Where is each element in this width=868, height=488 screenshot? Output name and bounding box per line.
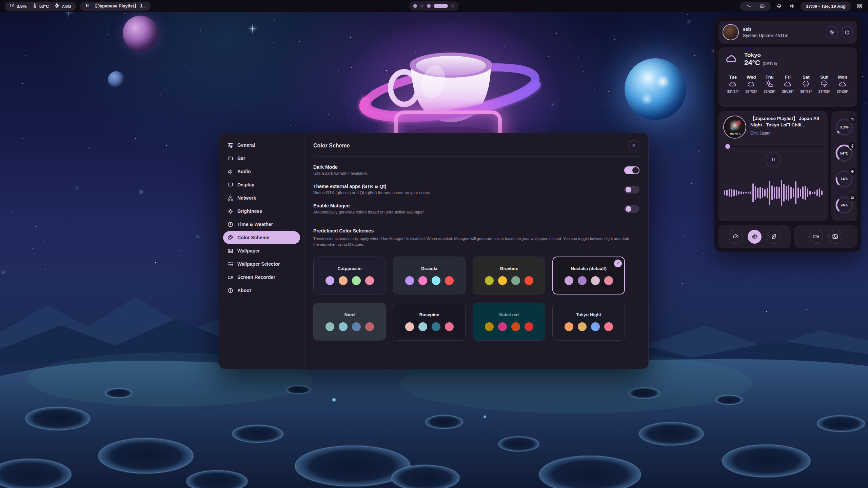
palette-icon [228, 235, 234, 241]
scheme-name: Tokyo Night [576, 312, 601, 317]
planet-purple [123, 16, 158, 51]
media-pill[interactable]: 【Japanese Playlist】 J... [80, 2, 151, 11]
weather-cloud-icon [747, 83, 755, 89]
pause-icon [85, 3, 90, 9]
weather-forecast: Tue33°/24°Wed35°/25°Thu33°/26°Fri35°/26°… [724, 75, 852, 94]
clock-text: 17:09 - Tue, 19 Aug [806, 4, 846, 9]
thermometer-icon [849, 142, 856, 149]
visualizer-bar [821, 190, 823, 195]
visualizer-bar [778, 187, 780, 199]
progress-knob[interactable] [725, 144, 730, 149]
color-swatch [578, 322, 587, 331]
toggle-list: Dark ModeUse a dark variant if available… [313, 157, 639, 215]
color-swatch [604, 276, 613, 285]
power-profile-power-saver-button[interactable] [767, 230, 781, 244]
sidebar-item-about[interactable]: About [223, 284, 300, 297]
workspace-dot-4[interactable] [434, 4, 448, 8]
tray-app-icon[interactable] [744, 2, 753, 11]
display-icon [228, 182, 234, 188]
bell-icon[interactable] [775, 2, 784, 11]
forecast-day-label: Fri [779, 75, 797, 80]
user-name: seb [743, 26, 788, 32]
visualizer-bar [807, 188, 808, 197]
toggle-label: Theme external apps (GTK & Qt) [313, 184, 431, 189]
visualizer-bar [726, 190, 728, 196]
forecast-day-thu: Thu33°/26° [761, 75, 779, 94]
sidebar-item-label: Display [237, 182, 254, 187]
color-swatch [565, 322, 573, 331]
scheme-card-tokyo-night[interactable]: Tokyo Night [552, 303, 625, 341]
power-profile-performance-button[interactable] [729, 230, 743, 244]
scheme-card-solarized[interactable]: Solarized [473, 303, 545, 341]
enable-matugen-toggle[interactable] [624, 205, 639, 213]
sidebar-item-screen-recorder[interactable]: Screen Recorder [223, 271, 300, 284]
scheme-swatches [485, 322, 533, 331]
sidebar-item-time-weather[interactable]: Time & Weather [223, 218, 300, 231]
brightness-icon [228, 208, 234, 214]
wallpaper-button[interactable] [828, 230, 842, 244]
workspace-dot-1[interactable] [413, 4, 417, 8]
sidebar-item-brightness[interactable]: Brightness [223, 205, 300, 218]
planet-earth [625, 58, 686, 120]
dark-mode-toggle[interactable] [624, 166, 639, 174]
user-card: seb System Uptime: 4h11m [718, 21, 857, 44]
sidebar-item-wallpaper-selector[interactable]: Wallpaper Selector [223, 258, 300, 270]
visualizer-bar [793, 188, 794, 197]
workspace-indicator [409, 1, 459, 11]
scheme-card-rosepine[interactable]: Rosepine [393, 303, 466, 341]
settings-button[interactable] [826, 26, 838, 38]
visualizer-bar [767, 188, 768, 198]
scheme-grid: CatppuccinDraculaGruvboxNoctalia (defaul… [313, 257, 639, 341]
visualizer-bar [745, 192, 747, 194]
sidebar-item-display[interactable]: Display [223, 178, 300, 191]
track-progress-slider[interactable] [723, 144, 823, 149]
scheme-card-catppuccin[interactable]: Catppuccin [313, 257, 386, 294]
visualizer-bar [795, 181, 796, 204]
color-swatch [525, 322, 533, 331]
weather-cloud-icon [729, 83, 737, 89]
forecast-temps: 33°/26° [833, 89, 852, 94]
sidebar-item-color-scheme[interactable]: Color Scheme [223, 231, 300, 244]
forecast-temps: 35°/25° [742, 89, 761, 94]
side-panel: seb System Uptime: 4h11m Tokyo 24°C (GMT… [714, 17, 861, 252]
close-icon[interactable]: ✕ [628, 140, 639, 151]
toggle-label: Dark Mode [313, 164, 368, 170]
sidebar-item-network[interactable]: Network [223, 191, 300, 204]
sidebar-item-label: Wallpaper Selector [237, 261, 280, 267]
flare-star-2 [252, 28, 253, 29]
power-button[interactable] [841, 26, 853, 38]
avatar [723, 24, 739, 40]
color-swatch [339, 322, 348, 331]
sidebar-item-bar[interactable]: Bar [223, 152, 300, 165]
weather-city: Tokyo [744, 52, 777, 59]
wallpaper-tray-icon[interactable] [758, 2, 767, 11]
sidebar-item-wallpaper[interactable]: Wallpaper [223, 244, 300, 257]
pause-button[interactable] [766, 152, 781, 167]
sidebar-item-audio[interactable]: Audio [223, 165, 300, 178]
scheme-card-nord[interactable]: Nord [313, 303, 386, 341]
clock-icon [228, 221, 234, 227]
workspace-dot-3[interactable] [427, 4, 431, 8]
screen-recorder-button[interactable] [809, 230, 823, 244]
power-profile-balanced-button[interactable] [748, 230, 762, 244]
settings-header: Color Scheme ✕ [313, 140, 639, 157]
visualizer-bar [762, 188, 763, 198]
color-swatch [432, 322, 440, 331]
visualizer-bar [729, 189, 730, 197]
scheme-swatches [485, 276, 533, 285]
volume-icon[interactable] [788, 2, 796, 11]
clock-pill[interactable]: 17:09 - Tue, 19 Aug [801, 2, 851, 11]
scheme-card-dracula[interactable]: Dracula [393, 257, 466, 294]
color-swatch [485, 322, 494, 331]
workspace-dot-5[interactable] [451, 4, 455, 8]
bar-stat-value: 3.8% [17, 4, 27, 9]
toggle-knob [632, 167, 639, 174]
scheme-card-noctalia-default[interactable]: Noctalia (default)✓ [552, 257, 625, 294]
gauge-thermometer: 54°C [834, 143, 854, 163]
app-grid-icon[interactable] [855, 2, 864, 11]
theme-external-apps-gtk-qt-toggle[interactable] [624, 186, 639, 194]
scheme-card-gruvbox[interactable]: Gruvbox [473, 257, 545, 294]
visualizer-bar [743, 192, 744, 194]
sidebar-item-general[interactable]: General [223, 139, 300, 151]
workspace-dot-2[interactable] [420, 4, 424, 8]
